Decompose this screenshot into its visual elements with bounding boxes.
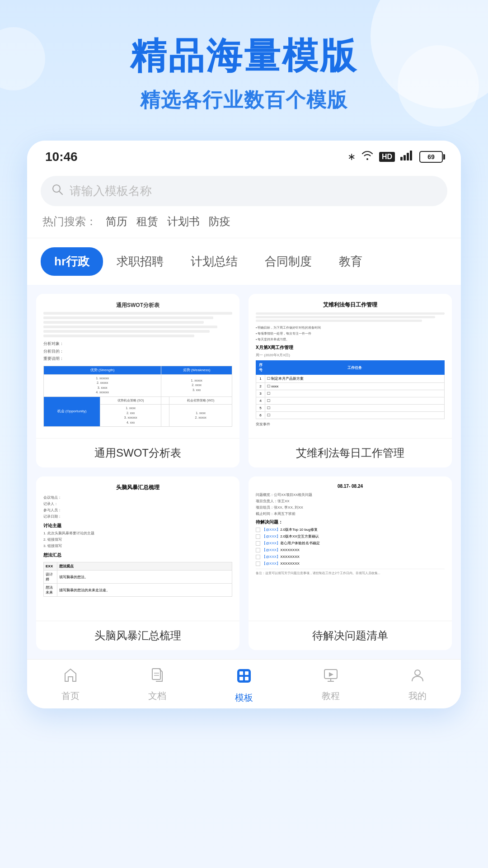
svg-rect-11 [245,671,249,675]
wifi-icon [361,151,374,163]
nav-home[interactable]: 首页 [27,667,114,704]
hot-searches: 热门搜索： 简历 租赁 计划书 防疫 [41,206,447,238]
svg-rect-9 [237,669,251,683]
template-icon [235,667,253,689]
home-icon [62,667,79,687]
nav-tutorial-label: 教程 [322,690,340,702]
svg-rect-12 [239,677,243,680]
svg-point-18 [415,670,420,675]
status-bar: 10:46 ∗ HD 69 [27,141,461,169]
nav-home-label: 首页 [61,690,80,702]
template-name-brainstorm: 头脑风暴汇总梳理 [36,621,239,650]
battery-level: 69 [427,153,435,160]
svg-rect-1 [404,155,406,160]
tab-plan[interactable]: 计划总结 [177,247,251,276]
tab-contract[interactable]: 合同制度 [251,247,325,276]
phone-mockup: 10:46 ∗ HD 69 [27,141,461,708]
template-preview-aiweili: 艾维利法每日工作管理 • 明确目标，为下周工作做好针对性的准备时间 • 每项事情… [249,294,452,439]
tab-job[interactable]: 求职招聘 [103,247,177,276]
svg-rect-0 [400,157,403,160]
search-input[interactable]: 请输入模板名称 [70,183,152,199]
nav-template-label: 模板 [235,692,253,704]
template-name-problems: 待解决问题清单 [249,621,452,650]
template-card-problems[interactable]: 08.17- 08.24 问题概览：公司XX项目XX相关问题 项目负责人：张王X… [249,476,452,650]
template-name-swot: 通用SWOT分析表 [36,439,239,467]
template-preview-swot: 通用SWOT分析表 分析对象： 分析目的： 重要说明： [36,294,239,439]
hot-search-label: 热门搜索： [42,214,97,229]
template-name-aiweili: 艾维利法每日工作管理 [249,439,452,467]
docs-icon [149,667,165,687]
template-grid: 通用SWOT分析表 分析对象： 分析目的： 重要说明： [27,285,461,659]
category-tabs: hr行政 求职招聘 计划总结 合同制度 教育 [27,238,461,285]
status-icons: ∗ HD 69 [347,151,443,163]
search-icon [52,184,63,198]
hot-tag-rental[interactable]: 租赁 [136,214,158,229]
svg-rect-2 [407,153,409,160]
svg-rect-6 [152,669,160,679]
search-area: 请输入模板名称 热门搜索： 简历 租赁 计划书 防疫 [27,169,461,238]
svg-rect-10 [239,671,243,675]
search-bar[interactable]: 请输入模板名称 [41,176,447,206]
template-card-aiweili[interactable]: 艾维利法每日工作管理 • 明确目标，为下周工作做好针对性的准备时间 • 每项事情… [249,294,452,467]
template-preview-problems: 08.17- 08.24 问题概览：公司XX项目XX相关问题 项目负责人：张王X… [249,476,452,621]
tab-edu[interactable]: 教育 [325,247,376,276]
svg-marker-17 [329,672,333,677]
nav-mine[interactable]: 我的 [374,667,461,704]
hd-badge: HD [379,152,395,162]
svg-rect-13 [245,677,249,680]
hot-tag-plan[interactable]: 计划书 [167,214,200,229]
signal-icon [400,151,414,163]
svg-rect-3 [410,151,412,160]
tutorial-icon [323,667,339,687]
mine-icon [409,667,426,687]
template-preview-brainstorm: 头脑风暴汇总梳理 会议地点： 记录人： 参与人员： 记录日期： 讨论主题 1. … [36,476,239,621]
bluetooth-icon: ∗ [347,151,356,163]
nav-tutorial[interactable]: 教程 [287,667,374,704]
hot-tag-resume[interactable]: 简历 [106,214,127,229]
battery-icon: 69 [419,151,443,163]
template-card-swot[interactable]: 通用SWOT分析表 分析对象： 分析目的： 重要说明： [36,294,239,467]
nav-docs[interactable]: 文档 [114,667,201,704]
bottom-nav: 首页 文档 [27,659,461,708]
template-card-brainstorm[interactable]: 头脑风暴汇总梳理 会议地点： 记录人： 参与人员： 记录日期： 讨论主题 1. … [36,476,239,650]
tab-hr[interactable]: hr行政 [41,247,103,276]
status-time: 10:46 [45,150,78,164]
nav-mine-label: 我的 [408,690,427,702]
nav-docs-label: 文档 [148,690,166,702]
svg-line-5 [59,191,62,194]
nav-template[interactable]: 模板 [201,667,287,704]
bg-decoration-2 [398,45,479,127]
hot-tag-epidemic[interactable]: 防疫 [209,214,230,229]
